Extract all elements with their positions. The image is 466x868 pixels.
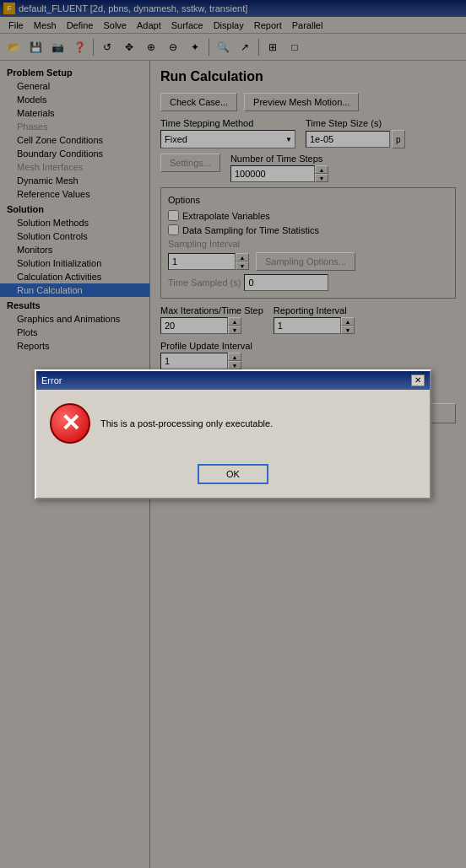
error-icon: ✕ xyxy=(50,403,90,444)
error-dialog: Error ✕ ✕ This is a post-processing only… xyxy=(35,369,431,499)
dialog-message: This is a post-processing only executabl… xyxy=(100,418,273,429)
dialog-close-button[interactable]: ✕ xyxy=(411,375,425,386)
dialog-body: ✕ This is a post-processing only executa… xyxy=(36,390,430,457)
dialog-title-text: Error xyxy=(41,375,62,385)
dialog-footer: OK xyxy=(36,457,430,498)
dialog-title-bar: Error ✕ xyxy=(36,371,430,390)
error-dialog-overlay: Error ✕ ✕ This is a post-processing only… xyxy=(0,0,466,868)
dialog-ok-button[interactable]: OK xyxy=(198,464,268,484)
